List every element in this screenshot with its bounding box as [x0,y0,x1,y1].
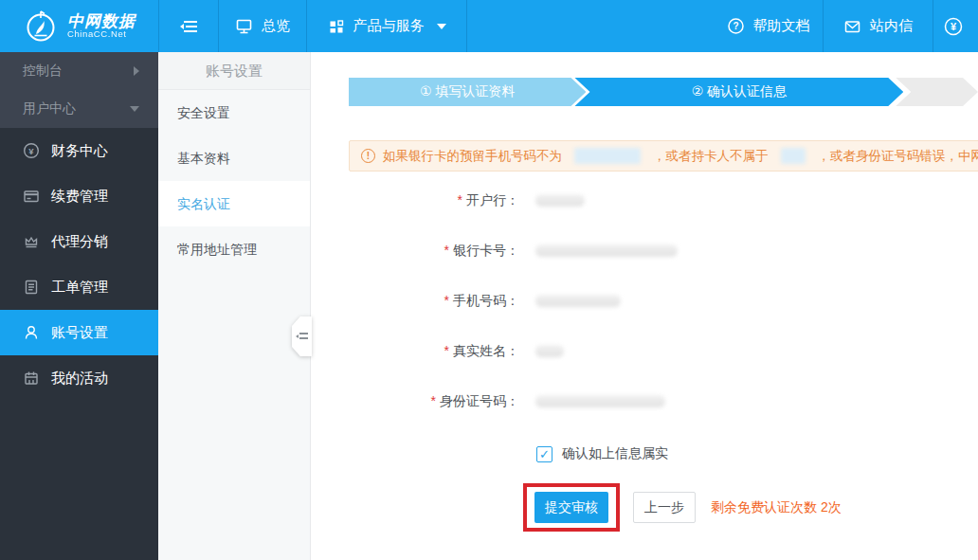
app-window: 中网数据 ChinaCC.Net 总览 产品与服务 [0,0,978,560]
bank-value-redacted [535,194,585,207]
monitor-icon [235,18,253,35]
required-mark: * [444,243,449,258]
step-wizard: ① 填写认证资料 ② 确认认证信息 [349,78,978,106]
form-row-phone: *手机号码： [349,276,978,326]
sidebar-item-console[interactable]: 控制台 [0,52,158,90]
step-1-fill-info: ① 填写认证资料 [349,78,586,106]
subnav-item-realname-verification[interactable]: 实名认证 [158,181,310,226]
yen-circle-icon: ¥ [943,16,964,37]
sidebar-item-user-center[interactable]: 用户中心 [0,90,158,128]
help-circle-icon: ? [727,17,745,35]
redacted-name [781,148,806,164]
alert-icon: ! [361,149,375,163]
chevron-down-icon [130,106,139,112]
confirm-checkbox[interactable]: ✓ [536,446,552,462]
subnav-title: 账号设置 [158,52,310,90]
required-mark: * [458,192,462,208]
confirm-row: ✓ 确认如上信息属实 [536,445,978,462]
panel-handle-wrap [292,316,312,356]
nav-products-services[interactable]: 产品与服务 [307,0,466,52]
collapse-menu-icon [297,333,308,340]
sidebar-item-activities[interactable]: 我的活动 [0,355,158,401]
sidebar-top-group: 控制台 用户中心 [0,52,158,128]
subnav-item-security[interactable]: 安全设置 [158,90,310,135]
sidebar-activities-label: 我的活动 [51,370,108,388]
topbar-right-group: ? 帮助文档 站内信 ¥ [714,0,978,52]
sidebar-tickets-label: 工单管理 [51,279,108,297]
svg-text:?: ? [733,21,738,31]
form-row-id-number: *身份证号码： [349,376,978,426]
verification-form: *开户行： *银行卡号： *手机号码： *真实姓名： *身份证号码： ✓ [349,175,978,532]
help-docs-label: 帮助文档 [753,17,810,35]
step-2-confirm-info: ② 确认认证信息 [574,78,903,106]
sidebar-item-finance[interactable]: ¥ 财务中心 [0,128,158,173]
warning-text-1: 如果银行卡的预留手机号码不为 [383,148,562,165]
form-row-real-name: *真实姓名： [349,326,978,376]
card-number-label: 银行卡号： [453,243,519,258]
red-annotation-box: 提交审核 [523,483,620,532]
subnav-panel: 账号设置 安全设置 基本资料 实名认证 常用地址管理 [158,52,311,560]
step-3-partial [896,78,978,106]
menu-collapse-button[interactable] [159,0,218,52]
nav-overview-label: 总览 [262,17,290,35]
nav-products-label: 产品与服务 [353,17,425,35]
mail-icon [843,18,861,35]
sidebar-user-center-label: 用户中心 [23,100,76,117]
brand-domain: ChinaCC.Net [67,29,136,39]
nav-overview[interactable]: 总览 [219,0,306,52]
bank-label: 开户行： [466,192,519,208]
brand-logo-icon [23,7,59,46]
sidebar-item-tickets[interactable]: 工单管理 [0,264,158,310]
free-attempts-note: 剩余免费认证次数 2次 [711,499,842,516]
form-row-card-number: *银行卡号： [349,226,978,276]
chevron-right-icon [134,66,139,76]
yen-circle-icon: ¥ [23,142,40,159]
top-navbar: 中网数据 ChinaCC.Net 总览 产品与服务 [0,0,978,52]
main-content: ① 填写认证资料 ② 确认认证信息 ! 如果银行卡的预留手机号码不为 ，或者持卡… [311,52,978,560]
real-name-label: 真实姓名： [453,343,519,358]
submit-review-button[interactable]: 提交审核 [534,492,608,523]
credit-card-icon [23,188,40,205]
warning-banner: ! 如果银行卡的预留手机号码不为 ，或者持卡人不属于 ，或者身份证号码错误，中网… [349,140,978,172]
subnav-item-profile[interactable]: 基本资料 [158,135,310,181]
user-icon [23,324,40,341]
svg-text:¥: ¥ [951,21,957,32]
svg-text:¥: ¥ [28,146,34,156]
subnav-collapse-handle[interactable] [292,316,312,356]
previous-step-button[interactable]: 上一步 [633,492,696,523]
subnav-item-addresses[interactable]: 常用地址管理 [158,226,310,272]
brand-logo[interactable]: 中网数据 ChinaCC.Net [0,0,158,52]
sidebar-finance-label: 财务中心 [51,142,108,160]
warning-text-2: ，或者持卡人不属于 [653,148,769,165]
brand-name: 中网数据 [67,13,136,30]
crown-icon [23,233,40,250]
calendar-icon [23,370,40,387]
grid-icon [328,18,345,35]
sidebar-item-renewal[interactable]: 续费管理 [0,173,158,219]
document-icon [23,279,40,296]
required-mark: * [444,343,449,358]
phone-label: 手机号码： [453,293,519,308]
sidebar-item-account-settings[interactable]: 账号设置 [0,310,158,355]
warning-text-3: ，或者身份证号码错误，中网数据将取消您的实 [818,148,978,165]
chevron-down-icon [437,24,446,29]
site-mail-button[interactable]: 站内信 [824,0,933,52]
card-number-value-redacted [535,244,678,257]
site-mail-label: 站内信 [870,17,913,35]
topbar-separator [466,0,467,52]
help-docs-button[interactable]: ? 帮助文档 [714,0,823,52]
required-mark: * [444,293,449,308]
real-name-value-redacted [535,345,564,357]
form-row-bank: *开户行： [349,175,978,226]
sidebar-agent-label: 代理分销 [51,233,108,251]
id-number-value-redacted [535,395,665,407]
billing-button[interactable]: ¥ [933,0,978,52]
required-mark: * [431,393,436,408]
id-number-label: 身份证号码： [440,393,519,408]
sidebar-item-agent[interactable]: 代理分销 [0,219,158,264]
confirm-label: 确认如上信息属实 [562,445,668,462]
sidebar: 控制台 用户中心 ¥ 财务中心 续费管理 [0,52,158,560]
redacted-phone [574,148,641,164]
sidebar-account-settings-label: 账号设置 [51,324,108,342]
actions-row: 提交审核 上一步 剩余免费认证次数 2次 [523,483,978,532]
